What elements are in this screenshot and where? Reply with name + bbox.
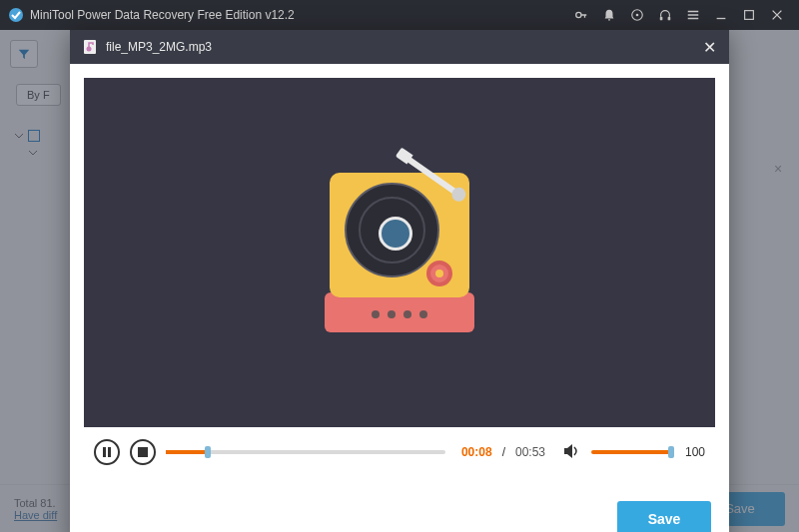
stop-icon	[138, 447, 148, 457]
progress-bar[interactable]	[166, 450, 445, 454]
svg-rect-5	[660, 17, 663, 21]
player-canvas	[84, 78, 715, 427]
modal-overlay: file_MP3_2MG.mp3 ✕	[0, 30, 799, 532]
stop-button[interactable]	[130, 439, 156, 465]
svg-rect-13	[103, 447, 106, 457]
minimize-icon[interactable]	[713, 7, 729, 23]
svg-rect-15	[138, 447, 148, 457]
modal-footer: Save	[70, 491, 729, 532]
volume-handle[interactable]	[668, 446, 674, 458]
pause-icon	[102, 447, 112, 457]
progress-fill	[166, 450, 208, 454]
svg-rect-6	[668, 17, 671, 21]
svg-point-4	[636, 14, 639, 17]
key-icon[interactable]	[573, 7, 589, 23]
svg-point-2	[608, 19, 610, 21]
menu-icon[interactable]	[685, 7, 701, 23]
progress-handle[interactable]	[205, 446, 211, 458]
disc-icon[interactable]	[629, 7, 645, 23]
time-separator: /	[502, 445, 505, 459]
volume-icon[interactable]	[563, 443, 581, 462]
save-button[interactable]: Save	[617, 501, 711, 532]
app-logo-icon	[8, 7, 24, 23]
pause-button[interactable]	[94, 439, 120, 465]
svg-rect-14	[108, 447, 111, 457]
volume-value: 100	[681, 445, 705, 459]
volume-bar[interactable]	[591, 450, 671, 454]
player-controls: 00:08 / 00:53 100	[84, 427, 715, 477]
preview-modal: file_MP3_2MG.mp3 ✕	[70, 30, 729, 532]
turntable-illustration	[325, 173, 474, 332]
app-title: MiniTool Power Data Recovery Free Editio…	[30, 8, 295, 22]
close-window-icon[interactable]	[769, 7, 785, 23]
svg-point-1	[576, 12, 581, 17]
maximize-icon[interactable]	[741, 7, 757, 23]
svg-point-0	[9, 8, 23, 22]
time-total: 00:53	[515, 445, 545, 459]
title-bar: MiniTool Power Data Recovery Free Editio…	[0, 0, 799, 30]
bell-icon[interactable]	[601, 7, 617, 23]
headphones-icon[interactable]	[657, 7, 673, 23]
modal-title: file_MP3_2MG.mp3	[106, 40, 212, 54]
file-type-icon	[82, 39, 98, 55]
time-current: 00:08	[461, 445, 492, 459]
svg-rect-7	[745, 11, 754, 20]
modal-header: file_MP3_2MG.mp3 ✕	[70, 30, 729, 64]
modal-close-icon[interactable]: ✕	[701, 39, 717, 55]
